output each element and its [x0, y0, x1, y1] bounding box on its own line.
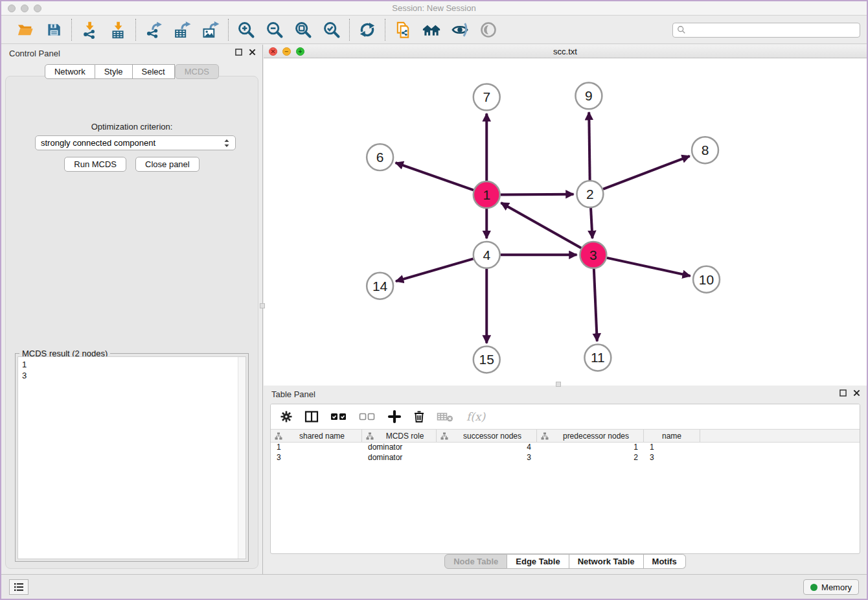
import-table-icon[interactable] [108, 20, 128, 40]
node-9[interactable]: 9 [575, 82, 602, 109]
apply-layout-icon[interactable] [358, 20, 377, 40]
node-label: 7 [483, 89, 490, 104]
column-header-successor-nodes[interactable]: successor nodes [437, 430, 537, 442]
edge-1-6[interactable] [396, 163, 474, 190]
save-session-icon[interactable] [44, 20, 63, 40]
column-header-label: shared name [282, 432, 361, 441]
close-table-panel-icon[interactable] [853, 389, 860, 397]
table-cell: dominator [362, 453, 437, 463]
column-header-MCDS-role[interactable]: MCDS role [362, 430, 437, 442]
float-panel-icon[interactable] [235, 49, 242, 56]
edge-2-8[interactable] [603, 156, 690, 189]
table-panel-tabs: Node TableEdge TableNetwork TableMotifs [264, 554, 867, 569]
edge-2-9[interactable] [589, 112, 589, 180]
float-table-panel-icon[interactable] [839, 389, 847, 397]
edge-4-14[interactable] [396, 259, 474, 281]
show-graphics-details-icon[interactable] [479, 20, 498, 40]
node-8[interactable]: 8 [692, 137, 718, 163]
node-14[interactable]: 14 [367, 273, 393, 299]
search-field[interactable] [672, 23, 860, 38]
table-row[interactable]: 3dominator323 [271, 453, 860, 463]
table-options-gear-icon[interactable] [280, 410, 293, 423]
tab-motifs[interactable]: Motifs [644, 554, 686, 569]
zoom-selected-icon[interactable] [322, 20, 341, 40]
network-window-titlebar: ✕ − + scc.txt [264, 45, 867, 58]
edge-1-2[interactable] [501, 194, 574, 195]
open-file-icon[interactable] [16, 20, 35, 40]
mcds-result-line: 1 [22, 359, 242, 370]
node-11[interactable]: 11 [584, 345, 611, 371]
tab-mcds[interactable]: MCDS [175, 64, 219, 79]
run-mcds-button[interactable]: Run MCDS [64, 157, 126, 172]
edge-2-3[interactable] [591, 208, 592, 238]
node-3[interactable]: 3 [580, 242, 606, 268]
zoom-in-icon[interactable] [236, 20, 256, 40]
memory-label: Memory [821, 583, 852, 592]
column-header-predecessor-nodes[interactable]: predecessor nodes [537, 430, 644, 442]
node-label: 1 [483, 187, 490, 202]
node-1[interactable]: 1 [474, 181, 500, 208]
export-table-icon[interactable] [172, 20, 192, 40]
hide-selected-icon[interactable] [450, 20, 470, 40]
task-history-button[interactable] [9, 579, 29, 595]
column-header-label: MCDS role [374, 432, 436, 441]
network-canvas[interactable]: 7968124314101511 [264, 58, 867, 385]
node-10[interactable]: 10 [693, 266, 720, 293]
tab-network-table[interactable]: Network Table [569, 554, 644, 569]
node-label: 8 [702, 143, 709, 157]
result-scrollbar[interactable] [238, 357, 246, 559]
column-header-name[interactable]: name [644, 430, 700, 442]
criterion-value: strongly connected component [41, 138, 155, 148]
tab-edge-table[interactable]: Edge Table [507, 554, 569, 569]
optimization-criterion-label: Optimization criterion: [6, 122, 258, 132]
node-2[interactable]: 2 [577, 181, 603, 207]
svg-text:f(x): f(x) [466, 410, 486, 423]
search-input[interactable] [689, 25, 856, 34]
edge-3-1[interactable] [501, 203, 581, 248]
export-network-icon[interactable] [144, 20, 163, 40]
split-panel-icon[interactable] [304, 410, 319, 423]
zoom-out-icon[interactable] [265, 20, 284, 40]
list-icon [14, 583, 24, 592]
column-header-label: predecessor nodes [549, 432, 643, 441]
column-header-shared-name[interactable]: shared name [271, 430, 362, 442]
table-row[interactable]: 1dominator411 [271, 443, 860, 453]
node-label: 6 [376, 150, 384, 165]
node-4[interactable]: 4 [474, 242, 500, 268]
clone-network-icon[interactable] [393, 20, 413, 40]
table-body: 1dominator4113dominator323 [271, 443, 860, 463]
delete-columns-trash-icon[interactable] [413, 410, 425, 423]
vertical-splitter-handle[interactable] [260, 303, 265, 308]
zoom-fit-icon[interactable] [293, 20, 313, 40]
close-panel-icon[interactable] [249, 49, 256, 56]
criterion-dropdown[interactable]: strongly connected component [35, 135, 236, 150]
app-window: Session: New Session [0, 0, 868, 600]
column-tree-icon [275, 432, 282, 440]
unselect-all-columns-icon[interactable] [359, 411, 376, 422]
horizontal-splitter-handle[interactable] [556, 382, 561, 387]
import-network-icon[interactable] [80, 20, 99, 40]
edge-3-10[interactable] [607, 258, 691, 276]
node-7[interactable]: 7 [474, 84, 500, 110]
function-builder-icon[interactable]: f(x) [465, 409, 487, 424]
tab-node-table[interactable]: Node Table [444, 554, 507, 569]
tab-select[interactable]: Select [133, 64, 175, 79]
close-panel-button[interactable]: Close panel [135, 157, 200, 172]
node-15[interactable]: 15 [474, 347, 500, 373]
edge-3-11[interactable] [594, 269, 597, 341]
add-column-icon[interactable] [387, 410, 402, 424]
node-label: 10 [699, 272, 714, 287]
table-cell: 4 [437, 443, 537, 453]
tab-style[interactable]: Style [95, 64, 133, 79]
mcds-result-list[interactable]: 13 [17, 356, 246, 559]
select-all-columns-icon[interactable] [330, 411, 347, 422]
dropdown-stepper-icon [223, 138, 230, 148]
table-cell: 1 [644, 443, 700, 453]
first-neighbors-icon[interactable] [422, 20, 441, 40]
memory-button[interactable]: Memory [803, 579, 859, 595]
export-image-icon[interactable] [201, 20, 220, 40]
control-panel-title: Control Panel [9, 49, 60, 58]
delete-table-icon[interactable] [437, 411, 453, 422]
tab-network[interactable]: Network [45, 64, 95, 79]
node-6[interactable]: 6 [367, 144, 393, 170]
